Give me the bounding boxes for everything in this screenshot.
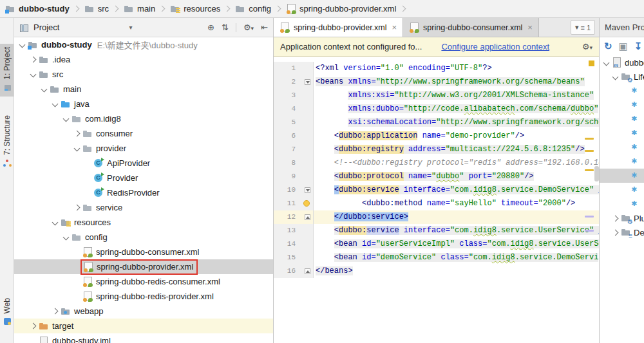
gear-icon[interactable]: ⚙▾ <box>243 23 254 32</box>
project-tree-row[interactable]: com.idig8 <box>14 111 273 126</box>
maven-tree-row[interactable]: ⚙Plugins <box>600 211 644 225</box>
project-tree-row[interactable]: spring-dubbo-consumer.xml <box>14 245 273 259</box>
project-tree-row[interactable]: ApiProvider <box>14 156 273 171</box>
close-icon[interactable]: × <box>392 23 397 32</box>
project-tree-row[interactable]: java <box>14 97 273 111</box>
maven-tree-row[interactable] <box>600 140 644 154</box>
chevron-down-icon[interactable] <box>51 100 59 108</box>
fold-marker-icon[interactable] <box>305 214 310 220</box>
maven-tree-row[interactable]: ⚙Lifecycle <box>600 70 644 84</box>
code-line[interactable]: 4 xmlns:dubbo="http://code.alibabatech.c… <box>274 102 599 116</box>
maven-tree-row[interactable] <box>600 197 644 211</box>
breadcrumb-item[interactable]: config <box>234 4 272 14</box>
chevron-down-icon[interactable] <box>29 70 37 79</box>
code-line[interactable]: 6 <dubbo:application name="demo-provider… <box>274 129 599 143</box>
inspection-status-square[interactable] <box>589 60 594 66</box>
maven-download-sources-icon[interactable]: ↧ <box>634 41 643 52</box>
chevron-down-icon[interactable] <box>602 59 611 67</box>
chevron-down-icon[interactable] <box>73 144 81 153</box>
code-line[interactable]: 13 <dubbo:service interface="com.idig8.s… <box>274 224 599 237</box>
maven-tree-row[interactable] <box>600 183 644 197</box>
project-tree-row[interactable]: spring-dubbo-redis-provider.xml <box>14 289 273 304</box>
collapse-all-icon[interactable]: ⇅ <box>222 23 229 32</box>
code-line[interactable]: 14 <bean id="userServiceImpl" class="com… <box>274 237 599 251</box>
chevron-right-icon[interactable] <box>73 203 81 212</box>
maven-refresh-icon[interactable]: ↻ <box>604 41 612 52</box>
code-line[interactable]: 7 <dubbo:registry address="multicast://2… <box>274 143 599 156</box>
project-tree-row[interactable]: target <box>14 319 273 333</box>
project-tree-row[interactable]: provider <box>14 141 273 156</box>
breadcrumb-item[interactable]: dubbo-study <box>4 4 71 14</box>
maven-tree-row[interactable] <box>600 169 644 183</box>
project-tree-row[interactable]: .idea <box>14 52 273 67</box>
code-line[interactable]: 12 </dubbo:service> <box>274 210 599 224</box>
chevron-right-icon[interactable] <box>611 214 620 223</box>
project-tree-row[interactable]: consumer <box>14 126 273 141</box>
maven-reimport-icon[interactable]: ▣ <box>619 41 628 52</box>
project-tree-row[interactable]: spring-dubbo-provider.xml <box>14 259 273 274</box>
maven-tree-row[interactable]: ≡Dependencies <box>600 225 644 239</box>
project-tree-row[interactable]: RedisProvider <box>14 185 273 200</box>
editor-tab[interactable]: spring-dubbo-consumer.xml× <box>403 18 539 37</box>
fold-marker-icon[interactable] <box>305 79 310 85</box>
chevron-down-icon[interactable] <box>18 41 26 49</box>
code-line[interactable]: 16</beans> <box>274 264 599 278</box>
editor-tab[interactable]: spring-dubbo-provider.xml× <box>274 18 403 37</box>
breadcrumb-item[interactable]: main <box>122 4 156 14</box>
hidden-tabs-button[interactable]: ▾≡1 <box>571 20 595 35</box>
maven-tree-row[interactable] <box>600 112 644 126</box>
toolwindow-button-web[interactable]: Web <box>0 295 14 330</box>
code-line[interactable]: 9 <dubbo:protocol name="dubbo" port="208… <box>274 170 599 183</box>
maven-tree-row[interactable] <box>600 126 644 140</box>
project-tree-row[interactable]: dubbo-studyE:\新建文件夹\dubbo-study <box>14 37 273 52</box>
toolwindow-button-project[interactable]: 1: Project <box>0 44 14 97</box>
scrollbar-thumb[interactable] <box>594 166 599 181</box>
chevron-down-icon[interactable] <box>611 73 620 81</box>
project-view-dropdown-icon[interactable]: ▾ <box>129 24 132 31</box>
fold-marker-icon[interactable] <box>305 268 310 274</box>
code-line[interactable]: 11 <dubbo:method name="sayHello" timeout… <box>274 197 599 210</box>
chevron-down-icon[interactable] <box>40 85 48 93</box>
project-tree-row[interactable]: webapp <box>14 304 273 319</box>
breadcrumb-item[interactable]: resources <box>169 4 222 14</box>
chevron-down-icon[interactable] <box>51 218 59 227</box>
maven-tree-row[interactable] <box>600 98 644 112</box>
chevron-down-icon[interactable] <box>62 233 70 241</box>
code-editor[interactable]: 1<?xml version="1.0" encoding="UTF-8"?>2… <box>274 57 599 343</box>
close-icon[interactable]: × <box>527 23 533 32</box>
configure-context-link[interactable]: Configure application context <box>441 42 549 51</box>
fold-marker-icon[interactable] <box>305 187 310 193</box>
code-line[interactable]: 10 <dubbo:service interface="com.idig8.s… <box>274 183 599 197</box>
project-tree-row[interactable]: resources <box>14 215 273 230</box>
code-line[interactable]: 3 xmlns:xsi="http://www.w3.org/2001/XMLS… <box>274 89 599 102</box>
breadcrumb-item[interactable]: spring-dubbo-provider.xml <box>285 4 397 14</box>
project-tree-row[interactable]: main <box>14 82 273 97</box>
chevron-right-icon[interactable] <box>611 228 620 237</box>
project-tree-row[interactable]: dubbo-study.iml <box>14 333 273 343</box>
project-tree-row[interactable]: spring-dubbo-redis-consumer.xml <box>14 274 273 289</box>
notification-gear-icon[interactable]: ⚙▾ <box>582 42 592 51</box>
chevron-right-icon[interactable] <box>51 307 59 315</box>
locate-icon[interactable]: ⊕ <box>207 23 214 32</box>
project-tree-row[interactable]: config <box>14 230 273 245</box>
maven-tree-row[interactable] <box>600 154 644 169</box>
hide-panel-icon[interactable]: ⇤ <box>261 23 268 32</box>
maven-panel: Maven Projects ↻ ▣ ↧ mdubbo-study⚙Lifecy… <box>599 18 644 343</box>
chevron-right-icon[interactable] <box>29 55 37 64</box>
code-line[interactable]: 1<?xml version="1.0" encoding="UTF-8"?> <box>274 62 599 75</box>
code-line[interactable]: 5 xsi:schemaLocation="http://www.springf… <box>274 116 599 129</box>
lightbulb-icon[interactable] <box>303 200 310 207</box>
maven-tree-row[interactable] <box>600 84 644 98</box>
maven-tree-row[interactable]: mdubbo-study <box>600 55 644 70</box>
chevron-right-icon[interactable] <box>29 322 37 330</box>
project-tree-row[interactable]: src <box>14 67 273 82</box>
code-line[interactable]: 8 <!--<dubbo:registry protocol="redis" a… <box>274 156 599 170</box>
project-tree-row[interactable]: Provider <box>14 171 273 185</box>
breadcrumb-item[interactable]: src <box>83 4 110 14</box>
code-line[interactable]: 15 <bean id="demoService" class="com.idi… <box>274 251 599 264</box>
project-tree-row[interactable]: service <box>14 200 273 215</box>
chevron-right-icon[interactable] <box>73 129 81 138</box>
chevron-down-icon[interactable] <box>62 115 70 123</box>
toolwindow-button-structure[interactable]: 7: Structure <box>0 112 14 172</box>
code-line[interactable]: 2<beans xmlns="http://www.springframewor… <box>274 75 599 89</box>
